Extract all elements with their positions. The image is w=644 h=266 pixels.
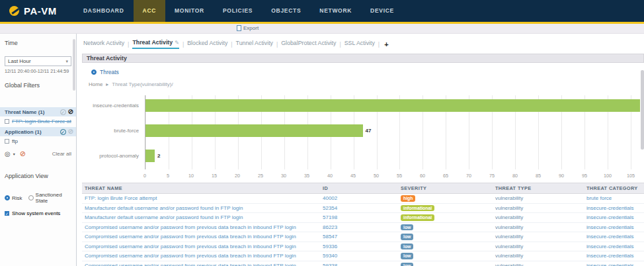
acc-view-tabs: Network Activity|Threat Activity✎|Blocke… xyxy=(82,34,644,52)
threat-type-cell[interactable]: vulnerability xyxy=(493,261,584,266)
tab-blocked-activity[interactable]: Blocked Activity xyxy=(187,40,227,48)
add-tab-button[interactable]: + xyxy=(384,40,388,48)
threat-category-cell[interactable]: insecure-credentials xyxy=(584,203,644,213)
threat-name-filter-item[interactable]: FTP: login Brute Force attempt xyxy=(0,116,76,127)
severity-badge: low xyxy=(401,253,413,259)
threat-type-cell[interactable]: vulnerability xyxy=(493,203,584,213)
chart-bar-brute-force[interactable] xyxy=(145,124,363,137)
threat-type-cell[interactable]: vulnerability xyxy=(493,222,584,232)
filters-sidebar: Time Last Hour ▾ 12/11 20:40:00-12/11 21… xyxy=(0,34,77,266)
main-scrollbar[interactable] xyxy=(641,70,644,150)
threat-id-cell[interactable]: 58547 xyxy=(320,232,398,242)
threat-id-cell[interactable]: 52354 xyxy=(320,203,398,213)
time-range-text: 12/11 20:40:00-12/11 21:44:59 xyxy=(5,68,71,74)
risk-radio-option[interactable]: Risk xyxy=(5,195,22,201)
application-filter-item[interactable]: ftp xyxy=(0,136,76,147)
threat-category-cell[interactable]: insecure-credentials xyxy=(584,261,644,266)
panel-title: Threat Activity xyxy=(82,54,644,63)
table-row: Compromised username and/or password fro… xyxy=(82,232,644,242)
nav-tab-objects[interactable]: OBJECTS xyxy=(262,0,310,22)
threat-name-cell[interactable]: Compromised username and/or password fro… xyxy=(82,251,320,261)
threat-type-cell[interactable]: vulnerability xyxy=(493,213,584,223)
tab-ssl-activity[interactable]: SSL Activity xyxy=(344,40,375,48)
x-tick-label: 30 xyxy=(281,173,286,179)
threats-radio-icon[interactable] xyxy=(91,69,97,75)
x-tick-label: 95 xyxy=(582,173,587,179)
threat-name-cell[interactable]: Compromised username and/or password fro… xyxy=(82,261,320,266)
chart-bar-protocol-anomaly[interactable] xyxy=(145,150,155,162)
threat-type-cell[interactable]: vulnerability xyxy=(493,194,584,204)
include-filter-icon[interactable]: ✓ xyxy=(60,129,66,135)
threat-name-cell[interactable]: Compromised username and/or password fro… xyxy=(82,242,320,251)
nav-tab-monitor[interactable]: MONITOR xyxy=(165,0,214,22)
threat-type-cell[interactable]: vulnerability xyxy=(493,251,584,261)
threats-radio-row[interactable]: Threats xyxy=(82,63,644,75)
negate-filter-icon[interactable]: ⊘ xyxy=(68,128,73,135)
negate-filter-icon[interactable]: ⊘ xyxy=(68,109,73,115)
show-system-events-option[interactable]: ✓ Show system events xyxy=(0,206,76,220)
threat-category-cell[interactable]: insecure-credentials xyxy=(584,222,644,232)
threat-name-cell[interactable]: FTP: login Brute Force attempt xyxy=(82,194,320,204)
threat-name-cell[interactable]: Compromised username and/or password fro… xyxy=(82,232,320,242)
tab-separator: | xyxy=(182,41,184,48)
application-checkbox[interactable] xyxy=(5,139,9,144)
include-filter-icon[interactable]: ✓ xyxy=(60,109,66,115)
threat-name-checkbox[interactable] xyxy=(5,119,9,124)
column-header-threat-category[interactable]: THREAT CATEGORY xyxy=(584,183,644,194)
x-tick-label: 25 xyxy=(258,173,263,179)
severity-badge: low xyxy=(401,244,413,250)
subtoolbar: Export xyxy=(0,24,644,34)
edit-tab-icon[interactable]: ✎ xyxy=(175,40,179,46)
column-header-severity[interactable]: SEVERITY xyxy=(398,183,493,194)
application-view-options: Risk Sanctioned State xyxy=(0,181,76,206)
breadcrumb-path[interactable]: Threat Type(vulnerability)/ xyxy=(112,81,173,87)
column-header-threat-name[interactable]: THREAT NAME xyxy=(82,183,320,194)
threat-category-cell[interactable]: brute force xyxy=(584,194,644,204)
threat-type-cell[interactable]: vulnerability xyxy=(493,242,584,251)
threat-id-cell[interactable]: 86223 xyxy=(320,222,398,232)
tab-threat-activity[interactable]: Threat Activity✎ xyxy=(132,39,179,49)
threat-name-cell[interactable]: Manufacturer default username and/or pas… xyxy=(82,203,320,213)
sanctioned-state-radio-option[interactable]: Sanctioned State xyxy=(28,192,71,204)
nav-tab-device[interactable]: DEVICE xyxy=(361,0,403,22)
export-button[interactable]: Export xyxy=(237,25,259,31)
tab-network-activity[interactable]: Network Activity xyxy=(83,40,124,48)
chart-bar-insecure-credentials[interactable] xyxy=(145,99,640,112)
nav-tab-network[interactable]: NETWORK xyxy=(310,0,361,22)
clear-all-link[interactable]: Clear all xyxy=(52,151,71,157)
severity-cell: low xyxy=(398,222,493,232)
sidebar-scrollbar[interactable] xyxy=(73,39,75,91)
system-events-checkbox[interactable]: ✓ xyxy=(5,211,9,216)
x-tick-label: 45 xyxy=(350,173,356,179)
threat-id-cell[interactable]: 59340 xyxy=(320,251,398,261)
nav-tab-acc[interactable]: ACC xyxy=(134,0,166,22)
chevron-down-icon[interactable]: ▾ xyxy=(13,152,15,156)
threat-id-cell[interactable]: 59338 xyxy=(320,261,398,266)
time-select[interactable]: Last Hour ▾ xyxy=(5,56,71,66)
threat-name-filter-header: Threat Name (1) ✓ ⊘ xyxy=(0,107,76,116)
remove-filter-icon[interactable]: ⊘ xyxy=(20,150,26,158)
severity-cell: low xyxy=(398,242,493,251)
threat-category-cell[interactable]: insecure-credentials xyxy=(584,232,644,242)
threat-type-cell[interactable]: vulnerability xyxy=(493,232,584,242)
threat-id-cell[interactable]: 40002 xyxy=(320,194,398,204)
column-header-id[interactable]: ID xyxy=(320,183,398,194)
nav-tab-policies[interactable]: POLICIES xyxy=(214,0,262,22)
threat-id-cell[interactable]: 57198 xyxy=(320,213,398,223)
breadcrumb-home[interactable]: Home xyxy=(89,81,102,87)
x-tick-label: 90 xyxy=(559,173,564,179)
tab-globalprotect-activity[interactable]: GlobalProtect Activity xyxy=(281,40,336,48)
column-header-threat-type[interactable]: THREAT TYPE xyxy=(493,183,584,194)
threat-name-cell[interactable]: Manufacturer default username and/or pas… xyxy=(82,213,320,223)
threat-category-cell[interactable]: insecure-credentials xyxy=(584,251,644,261)
tab-tunnel-activity[interactable]: Tunnel Activity xyxy=(236,40,273,48)
nav-tab-dashboard[interactable]: DASHBOARD xyxy=(74,0,134,22)
threat-id-cell[interactable]: 59336 xyxy=(320,242,398,251)
target-filter-icon[interactable]: ◎ xyxy=(5,150,11,157)
threat-category-cell[interactable]: insecure-credentials xyxy=(584,213,644,223)
x-tick-label: 15 xyxy=(212,173,217,179)
threat-category-cell[interactable]: insecure-credentials xyxy=(584,242,644,251)
tab-separator: | xyxy=(128,41,129,48)
threat-name-cell[interactable]: Compromised username and/or password fro… xyxy=(82,222,320,232)
x-tick-label: 5 xyxy=(167,173,169,179)
